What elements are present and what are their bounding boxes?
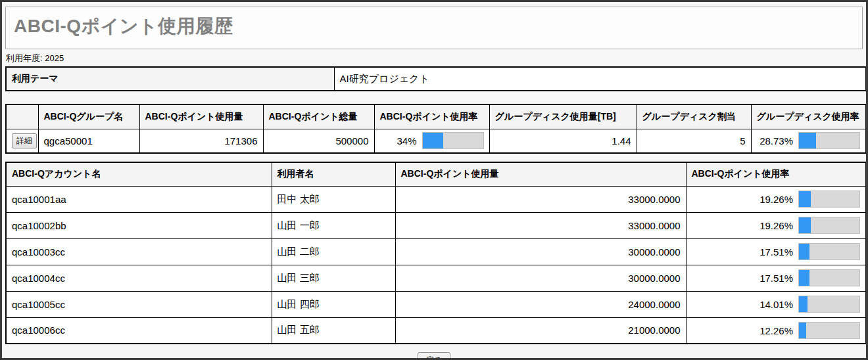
group-detail-cell: 詳細 xyxy=(6,129,38,153)
group-table-header-row: ABCI-Qグループ名 ABCI-Qポイント使用量 ABCI-Qポイント総量 A… xyxy=(6,104,866,129)
group-disk-usage-bar-fill xyxy=(799,133,816,148)
account-name-cell: qca10004cc xyxy=(6,265,272,291)
group-points-usage-bar xyxy=(422,132,484,149)
group-points-rate-text: 34% xyxy=(397,135,416,146)
theme-value: AI研究プロジェクト xyxy=(334,67,866,91)
footer: 戻る xyxy=(2,352,866,360)
page-title: ABCI-Qポイント使用履歴 xyxy=(14,14,854,39)
account-table: ABCI-Qアカウント名 利用者名 ABCI-Qポイント使用量 ABCI-Qポイ… xyxy=(5,162,867,344)
account-usage-bar xyxy=(798,322,860,339)
group-points-used-cell: 171306 xyxy=(139,129,263,153)
account-name-cell: qca10005cc xyxy=(6,291,272,317)
detail-button[interactable]: 詳細 xyxy=(12,133,37,148)
group-col-points-rate: ABCI-Qポイント使用率 xyxy=(374,104,489,129)
group-col-points-used: ABCI-Qポイント使用量 xyxy=(139,104,263,129)
account-row: qca10003cc 山田 二郎 30000.0000 17.51% xyxy=(6,238,866,265)
group-points-rate-cell: 34% xyxy=(374,129,489,153)
page: ABCI-Qポイント使用履歴 利用年度: 2025 利用テーマ AI研究プロジェ… xyxy=(0,0,868,360)
account-usage-bar-fill xyxy=(799,191,811,207)
account-points-cell: 33000.0000 xyxy=(395,212,686,238)
group-col-actions xyxy=(6,104,38,129)
account-user-cell: 山田 一郎 xyxy=(272,212,395,238)
account-rate-text: 19.26% xyxy=(760,194,793,205)
group-col-name: ABCI-Qグループ名 xyxy=(38,104,139,129)
account-user-cell: 山田 二郎 xyxy=(272,238,395,265)
account-rate-cell: 19.26% xyxy=(686,212,866,238)
account-user-cell: 山田 四郎 xyxy=(272,291,395,317)
theme-table: 利用テーマ AI研究プロジェクト xyxy=(5,66,867,91)
account-name-cell: qca10003cc xyxy=(6,238,272,265)
account-col-rate: ABCI-Qポイント使用率 xyxy=(686,162,866,186)
group-name-cell: qgca50001 xyxy=(38,129,139,153)
account-points-cell: 33000.0000 xyxy=(395,186,686,212)
account-usage-bar-fill xyxy=(799,296,808,312)
account-rate-cell: 17.51% xyxy=(686,238,866,265)
account-rate-text: 17.51% xyxy=(760,273,793,284)
account-table-body: qca10001aa 田中 太郎 33000.0000 19.26% qca10… xyxy=(6,186,866,344)
account-row: qca10006cc 山田 五郎 21000.0000 12.26% xyxy=(6,317,866,344)
account-usage-bar-fill xyxy=(799,270,809,286)
group-disk-usage-bar xyxy=(798,132,860,149)
group-col-points-total: ABCI-Qポイント総量 xyxy=(263,104,374,129)
account-rate-cell: 12.26% xyxy=(686,317,866,344)
account-name-cell: qca10002bb xyxy=(6,212,272,238)
account-rate-cell: 17.51% xyxy=(686,265,866,291)
account-points-cell: 30000.0000 xyxy=(395,265,686,291)
account-points-cell: 24000.0000 xyxy=(395,291,686,317)
account-col-points: ABCI-Qポイント使用量 xyxy=(395,162,686,186)
account-user-cell: 田中 太郎 xyxy=(272,186,395,212)
account-user-cell: 山田 三郎 xyxy=(272,265,395,291)
group-col-disk-used: グループディスク使用量[TB] xyxy=(489,104,637,129)
account-points-cell: 21000.0000 xyxy=(395,317,686,344)
group-points-usage-bar-fill xyxy=(423,133,443,148)
account-rate-text: 17.51% xyxy=(760,246,793,258)
account-row: qca10004cc 山田 三郎 30000.0000 17.51% xyxy=(6,265,866,291)
account-row: qca10001aa 田中 太郎 33000.0000 19.26% xyxy=(6,186,866,212)
group-points-total-cell: 500000 xyxy=(263,129,374,153)
account-table-header-row: ABCI-Qアカウント名 利用者名 ABCI-Qポイント使用量 ABCI-Qポイ… xyxy=(6,162,866,186)
group-col-disk-rate: グループディスク使用率 xyxy=(751,104,866,129)
account-row: qca10005cc 山田 四郎 24000.0000 14.01% xyxy=(6,291,866,317)
account-usage-bar-fill xyxy=(799,244,809,259)
group-row: 詳細 qgca50001 171306 500000 34% 1.44 5 28… xyxy=(6,129,866,153)
group-disk-rate-text: 28.73% xyxy=(760,135,793,146)
back-button[interactable]: 戻る xyxy=(418,352,450,360)
account-col-user: 利用者名 xyxy=(272,162,395,186)
account-row: qca10002bb 山田 一郎 33000.0000 19.26% xyxy=(6,212,866,238)
account-name-cell: qca10006cc xyxy=(6,317,272,344)
account-name-cell: qca10001aa xyxy=(6,186,272,212)
account-rate-text: 12.26% xyxy=(760,325,793,336)
account-usage-bar xyxy=(798,296,860,313)
account-user-cell: 山田 五郎 xyxy=(272,317,395,344)
account-rate-cell: 14.01% xyxy=(686,291,866,317)
account-usage-bar xyxy=(798,217,860,234)
group-col-disk-quota: グループディスク割当 xyxy=(637,104,751,129)
account-rate-text: 14.01% xyxy=(760,299,793,310)
account-points-cell: 30000.0000 xyxy=(395,238,686,265)
theme-row: 利用テーマ AI研究プロジェクト xyxy=(6,67,866,91)
account-rate-text: 19.26% xyxy=(760,220,793,231)
fiscal-year-label: 利用年度: 2025 xyxy=(6,53,862,64)
account-usage-bar-fill xyxy=(799,217,811,233)
account-usage-bar xyxy=(798,243,860,260)
group-disk-rate-cell: 28.73% xyxy=(751,129,866,153)
account-usage-bar xyxy=(798,191,860,208)
account-usage-bar xyxy=(798,269,860,286)
group-disk-quota-cell: 5 xyxy=(637,129,751,153)
account-col-name: ABCI-Qアカウント名 xyxy=(6,162,272,186)
account-rate-cell: 19.26% xyxy=(686,186,866,212)
page-header: ABCI-Qポイント使用履歴 xyxy=(5,7,863,49)
theme-label: 利用テーマ xyxy=(6,67,334,91)
account-usage-bar-fill xyxy=(799,323,806,338)
group-disk-used-cell: 1.44 xyxy=(489,129,637,153)
group-table: ABCI-Qグループ名 ABCI-Qポイント使用量 ABCI-Qポイント総量 A… xyxy=(5,104,867,154)
